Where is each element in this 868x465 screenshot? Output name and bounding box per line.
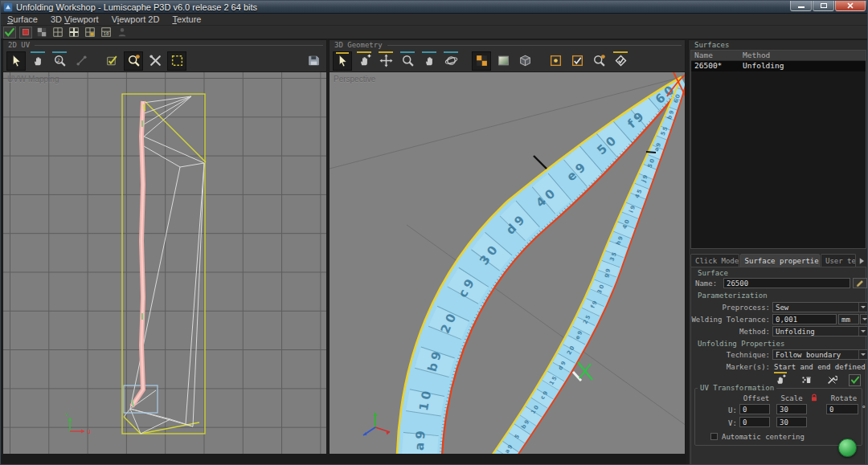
uv-transform-tool-button[interactable] xyxy=(72,51,91,71)
markers-valid-checkbox[interactable] xyxy=(849,374,861,386)
marquee-icon xyxy=(170,54,184,67)
stop-icon xyxy=(20,27,31,38)
arrow-right-icon xyxy=(857,256,866,266)
geo-shading-view-button[interactable] xyxy=(493,51,513,71)
geo-texture-view-button[interactable] xyxy=(472,51,491,71)
chevron-down-icon xyxy=(858,303,867,312)
uv-tools-button[interactable] xyxy=(145,51,165,71)
column-method[interactable]: Method xyxy=(741,51,866,60)
surface-name-input[interactable] xyxy=(723,278,850,288)
tab-user-text[interactable]: User text: xyxy=(821,254,856,267)
geo-scene-canvas[interactable]: a9 10 b9 20 c9 30 d9 40 e9 50 f9 60 g9 8… xyxy=(330,72,685,454)
uv-inspect-button[interactable] xyxy=(124,51,143,71)
edit-markers-button[interactable] xyxy=(823,372,841,388)
parameterization-group-label: Parameterization xyxy=(698,292,768,300)
geo-pan-tool-button[interactable] xyxy=(420,51,439,71)
v-scale-input[interactable] xyxy=(776,417,807,427)
diamond-check-icon xyxy=(614,54,628,67)
grid-cross-button[interactable] xyxy=(68,27,80,39)
lock-icon[interactable] xyxy=(809,393,819,402)
u-row-label: U: xyxy=(728,406,737,414)
cube-icon xyxy=(518,54,532,67)
preprocess-select[interactable]: Sew xyxy=(772,302,868,312)
geo-orbit-tool-button[interactable] xyxy=(441,51,461,71)
geo-zoom-tool-button[interactable] xyxy=(398,51,417,71)
save-icon xyxy=(307,54,321,67)
geo-pick-tool-button[interactable] xyxy=(354,51,374,71)
titlebar[interactable]: Unfolding Workshop - Lumiscaphe P3D v6.0… xyxy=(1,1,868,14)
geo-finalize-button[interactable] xyxy=(611,51,630,71)
technique-select[interactable]: Follow boundary xyxy=(772,349,868,360)
right-panel: Surfaces Name Method 26500* Unfolding Cl… xyxy=(688,39,868,465)
tabs-overflow-button[interactable] xyxy=(857,255,866,267)
table-row[interactable]: 26500* Unfolding xyxy=(691,61,866,71)
v-offset-input[interactable] xyxy=(739,417,770,427)
grid-ten-button[interactable] xyxy=(100,27,113,39)
rotate-input[interactable] xyxy=(826,404,858,414)
validate-button[interactable] xyxy=(3,27,16,39)
surfaces-header-row: Name Method xyxy=(691,51,866,61)
menu-item-texture[interactable]: Texture xyxy=(166,14,207,26)
uv-pan-tool-button[interactable] xyxy=(28,51,47,71)
u-offset-input[interactable] xyxy=(739,404,770,414)
strip-right[interactable]: a9 5 b9 10 c9 15 d9 20 e9 25 f9 30 g9 35… xyxy=(492,77,685,454)
method-select[interactable]: Unfolding xyxy=(772,326,868,337)
minimize-button[interactable] xyxy=(790,1,812,11)
uv-axis-triad: u v xyxy=(65,411,91,435)
geo-check-mode-button[interactable] xyxy=(567,51,587,71)
rename-button[interactable] xyxy=(853,278,867,288)
maximize-button[interactable] xyxy=(813,1,834,11)
uv-save-button[interactable] xyxy=(304,51,323,71)
geo-solid-view-button[interactable] xyxy=(515,51,534,71)
auto-centering-checkbox[interactable] xyxy=(710,433,718,440)
uv-wireframe-canvas[interactable]: u v xyxy=(3,72,326,454)
move-icon xyxy=(379,54,393,67)
surface-name-cell: 26500* xyxy=(691,61,741,71)
grid-icon xyxy=(52,27,63,38)
axis-triad xyxy=(363,413,390,435)
v-row-label: V: xyxy=(728,419,737,427)
tab-surface-properties[interactable]: Surface properties xyxy=(740,254,820,267)
surfaces-list[interactable]: Name Method 26500* Unfolding xyxy=(690,50,866,249)
svg-text:v: v xyxy=(65,411,68,418)
uv-zoom-tool-button[interactable] xyxy=(50,51,69,71)
strip-left[interactable]: a9 10 b9 20 c9 30 d9 40 e9 50 f9 60 g9 8… xyxy=(330,72,685,454)
pencil-icon xyxy=(855,279,865,288)
geo-inspect-button[interactable] xyxy=(589,51,608,71)
geo-viewport[interactable]: a9 10 b9 20 c9 30 d9 40 e9 50 f9 60 g9 8… xyxy=(330,72,685,454)
grid-corner-button[interactable] xyxy=(84,27,96,39)
geo-move-tool-button[interactable] xyxy=(376,51,395,71)
checkbox-check-icon xyxy=(105,54,119,67)
close-button[interactable] xyxy=(835,1,866,11)
geo-marker-mode-button[interactable] xyxy=(546,51,565,71)
stop-button[interactable] xyxy=(19,27,32,39)
magnifier-icon xyxy=(53,54,67,67)
notification-badge[interactable] xyxy=(838,438,857,457)
delete-markers-button[interactable] xyxy=(797,372,815,388)
column-name[interactable]: Name xyxy=(691,51,741,60)
menu-item-3d-viewport[interactable]: 3D Viewport xyxy=(44,14,105,26)
tab-click-mode[interactable]: Click Mode xyxy=(690,254,739,267)
uv-seam-strip[interactable] xyxy=(132,101,145,406)
welding-unit-select[interactable] xyxy=(860,314,868,324)
u-scale-input[interactable] xyxy=(776,404,807,414)
cursor-icon xyxy=(336,54,350,67)
user-button[interactable] xyxy=(116,27,129,39)
welding-tolerance-input[interactable] xyxy=(772,314,837,324)
uv-viewport-label: UVW Mapping xyxy=(7,75,59,84)
grid-corner-icon xyxy=(84,27,96,38)
check-icon xyxy=(4,27,15,38)
uv-select-tool-button[interactable] xyxy=(6,51,26,71)
grid-display-button[interactable] xyxy=(51,27,64,39)
menu-item-surface[interactable]: Surface xyxy=(1,14,44,26)
grid-plus-icon xyxy=(68,27,80,38)
geo-select-tool-button[interactable] xyxy=(333,51,352,71)
welding-unit-box[interactable]: mm xyxy=(838,314,859,324)
uv-shape[interactable] xyxy=(122,94,206,434)
dot-square-icon xyxy=(549,54,563,67)
uv-validate-button[interactable] xyxy=(102,51,121,71)
uv-marquee-button[interactable] xyxy=(167,51,186,71)
menu-item-viewport-2d[interactable]: Viewport 2D xyxy=(105,14,166,26)
uv-viewport[interactable]: u v UVW Mapping xyxy=(3,72,326,454)
checker-display-button[interactable] xyxy=(35,27,48,39)
